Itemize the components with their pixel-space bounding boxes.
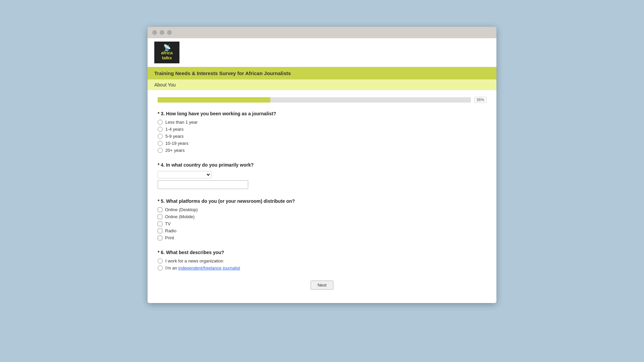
titlebar: [148, 27, 496, 38]
q5-label-4[interactable]: Radio: [165, 228, 176, 233]
question-5-block: * 5. What platforms do you (or your news…: [158, 198, 486, 240]
country-select-wrapper: [158, 171, 486, 189]
q5-option-2: Online (Mobile): [158, 214, 486, 219]
q5-label-1[interactable]: Online (Desktop): [165, 207, 198, 212]
q5-option-3: TV: [158, 221, 486, 226]
q6-radio-2[interactable]: [158, 265, 163, 270]
survey-title: Training Needs & Interests Survey for Af…: [148, 67, 496, 79]
q3-radio-3[interactable]: [158, 134, 163, 139]
section-title: About You: [148, 79, 496, 90]
q3-label-5[interactable]: 20+ years: [165, 148, 184, 153]
q3-label-2[interactable]: 1-4 years: [165, 127, 183, 132]
q5-label-5[interactable]: Print: [165, 235, 174, 240]
q6-radio-1[interactable]: [158, 258, 163, 263]
progress-row: 36%: [158, 97, 486, 103]
browser-window: 📡 africa talks Training Needs & Interest…: [148, 27, 496, 303]
q6-option-1: I work for a news organization: [158, 258, 486, 263]
next-btn-row: Next: [158, 281, 486, 290]
progress-label: 36%: [474, 97, 486, 103]
q3-label-3[interactable]: 5-9 years: [165, 134, 183, 139]
q5-checkbox-4[interactable]: [158, 229, 162, 233]
logo-icon: 📡: [163, 45, 171, 51]
maximize-button[interactable]: [167, 30, 172, 35]
question-3-label: * 3. How long have you been working as a…: [158, 111, 486, 116]
q5-label-3[interactable]: TV: [165, 221, 171, 226]
close-button[interactable]: [152, 30, 157, 35]
question-6-block: * 6. What best describes you? I work for…: [158, 250, 486, 270]
q3-radio-5[interactable]: [158, 148, 163, 153]
next-button[interactable]: Next: [311, 281, 334, 290]
logo-bar: 📡 africa talks: [148, 38, 496, 67]
progress-bar-fill: [158, 97, 270, 103]
q6-option-2: I'm an independent/freelance journalist: [158, 265, 486, 270]
q3-option-5: 20+ years: [158, 148, 486, 153]
q3-radio-4[interactable]: [158, 141, 163, 146]
q5-label-2[interactable]: Online (Mobile): [165, 214, 195, 219]
q3-radio-2[interactable]: [158, 127, 163, 132]
question-5-label: * 5. What platforms do you (or your news…: [158, 198, 486, 204]
question-3-block: * 3. How long have you been working as a…: [158, 111, 486, 153]
q5-option-5: Print: [158, 235, 486, 240]
logo-text: africa talks: [161, 51, 173, 60]
q3-label-4[interactable]: 10-19 years: [165, 141, 189, 146]
country-dropdown[interactable]: [158, 171, 211, 178]
q5-checkbox-3[interactable]: [158, 222, 162, 226]
q3-radio-1[interactable]: [158, 120, 163, 125]
q3-option-4: 10-19 years: [158, 141, 486, 146]
q5-checkbox-1[interactable]: [158, 207, 162, 212]
q5-option-1: Online (Desktop): [158, 207, 486, 212]
question-6-label: * 6. What best describes you?: [158, 250, 486, 255]
q5-checkbox-2[interactable]: [158, 215, 162, 219]
country-text-input[interactable]: [158, 180, 248, 189]
logo: 📡 africa talks: [154, 42, 179, 63]
question-4-label: * 4. In what country do you primarily wo…: [158, 162, 486, 168]
q3-option-2: 1-4 years: [158, 127, 486, 132]
survey-body: 36% * 3. How long have you been working …: [148, 90, 496, 303]
minimize-button[interactable]: [160, 30, 164, 35]
q6-label-1[interactable]: I work for a news organization: [165, 258, 223, 263]
q5-option-4: Radio: [158, 228, 486, 233]
q3-option-1: Less than 1 year: [158, 120, 486, 125]
q5-checkbox-5[interactable]: [158, 236, 162, 240]
browser-content: 📡 africa talks Training Needs & Interest…: [148, 38, 496, 303]
progress-bar-container: [158, 97, 471, 103]
q3-label-1[interactable]: Less than 1 year: [165, 120, 198, 125]
q6-label-2[interactable]: I'm an independent/freelance journalist: [165, 265, 240, 270]
independent-link: independent/freelance journalist: [178, 265, 240, 270]
q3-option-3: 5-9 years: [158, 134, 486, 139]
question-4-block: * 4. In what country do you primarily wo…: [158, 162, 486, 189]
